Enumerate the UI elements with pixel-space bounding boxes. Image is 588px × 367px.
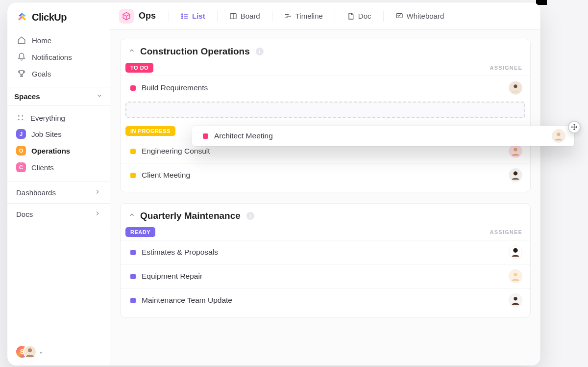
sidebar-docs[interactable]: Docs [7,203,110,225]
status-pill[interactable]: TO DO [125,63,153,73]
assignee-avatar[interactable] [509,144,522,158]
chevron-up-icon [128,47,135,56]
chevron-down-icon [96,92,103,101]
dragged-task-card[interactable]: Architect Meeting [192,126,574,146]
svg-point-4 [28,348,32,352]
list-icon [181,12,189,20]
divider [335,11,335,22]
svg-point-3 [22,119,23,120]
status-pill[interactable]: IN PROGRESS [125,126,175,136]
view-label: Timeline [295,12,323,20]
sidebar: ClickUp Home Notifications Goals [7,2,110,366]
status-header-ready: READY ASSIGNEE [121,225,530,240]
status-square-icon [203,133,208,139]
spaces-header-label: Spaces [14,92,40,101]
assignee-avatar[interactable] [509,168,522,182]
assignee-column-label: ASSIGNEE [490,229,522,235]
task-title: Engineering Consult [142,147,210,156]
app-window: ClickUp Home Notifications Goals [7,2,540,366]
group-header[interactable]: Construction Operations i [121,46,530,61]
status-square-icon [130,149,136,154]
group-header[interactable]: Quarterly Maintenance i [121,210,530,225]
view-label: Board [241,12,260,20]
cube-icon [119,9,134,24]
timeline-icon [284,12,292,20]
task-row[interactable]: Client Meeting [121,163,530,187]
sidebar-item-operations[interactable]: O Operations [11,142,106,159]
view-tab-board[interactable]: Board [224,9,265,23]
nav-home[interactable]: Home [11,32,106,49]
group-title: Quarterly Maintenance [140,210,241,221]
nav-goals[interactable]: Goals [11,65,106,82]
sidebar-dashboards[interactable]: Dashboards [7,182,110,203]
chevron-up-icon [128,211,135,220]
topbar: Ops List Board Timeline [110,2,540,30]
info-icon[interactable]: i [246,212,254,220]
user-menu[interactable]: S ▾ [15,345,42,360]
status-square-icon [130,85,136,91]
brand-logo[interactable]: ClickUp [7,7,110,30]
svg-point-9 [182,18,183,19]
task-title: Client Meeting [142,171,190,180]
bell-icon [17,52,26,61]
chevron-right-icon [94,210,101,218]
task-row[interactable]: Maintenance Team Update [121,288,530,312]
space-badge: C [16,162,26,172]
status-pill[interactable]: READY [125,227,155,237]
task-title: Architect Meeting [214,131,273,140]
avatar-stack: S [15,345,37,360]
spaces-header[interactable]: Spaces [7,87,110,106]
status-header-todo: TO DO ASSIGNEE [121,61,530,76]
task-row[interactable]: Estimates & Proposals [121,240,530,264]
task-row[interactable]: Equipment Repair [121,264,530,288]
divider [169,11,169,22]
info-icon[interactable]: i [256,48,264,55]
view-tab-list[interactable]: List [176,9,210,23]
primary-nav: Home Notifications Goals [7,30,110,87]
divider [272,11,272,22]
space-chip[interactable]: Ops [115,6,162,26]
assignee-column-label: ASSIGNEE [490,65,522,71]
status-square-icon [130,274,136,279]
task-row[interactable]: Build Requirements [121,76,530,100]
divider [383,11,384,22]
status-square-icon [130,173,136,178]
group-quarterly-maintenance: Quarterly Maintenance i READY ASSIGNEE E… [120,203,531,317]
sidebar-item-clients[interactable]: C Clients [11,159,106,176]
home-icon [17,36,26,45]
svg-point-0 [18,115,20,117]
task-title: Build Requirements [142,83,208,92]
svg-point-1 [22,115,23,117]
clickup-logo-icon [16,11,28,23]
group-construction-operations: Construction Operations i TO DO ASSIGNEE… [120,39,531,192]
assignee-avatar[interactable] [509,245,522,259]
svg-point-17 [514,84,517,88]
view-tab-whiteboard[interactable]: Whiteboard [391,9,449,23]
brand-name: ClickUp [32,12,67,23]
spaces-list: Everything J Job Sites O Operations C Cl… [7,106,110,182]
view-tab-doc[interactable]: Doc [342,9,376,23]
svg-point-20 [513,248,517,253]
assignee-avatar[interactable] [509,293,522,307]
view-tab-timeline[interactable]: Timeline [279,9,328,23]
svg-point-2 [18,119,20,120]
main-content: Ops List Board Timeline [110,2,540,366]
nav-label: Home [32,36,51,45]
status-square-icon [130,298,136,303]
group-title: Construction Operations [140,46,250,57]
section-label: Dashboards [16,188,56,197]
sidebar-item-job-sites[interactable]: J Job Sites [11,126,106,142]
view-label: Doc [358,12,371,20]
assignee-avatar[interactable] [509,81,522,95]
assignee-avatar[interactable] [509,269,522,283]
space-label: Clients [31,163,54,172]
task-title: Equipment Repair [142,272,202,281]
task-dropzone[interactable] [125,102,525,118]
avatar [23,345,37,359]
view-label: List [192,12,205,20]
sidebar-item-everything[interactable]: Everything [11,110,106,126]
space-badge: J [16,129,26,139]
nav-notifications[interactable]: Notifications [11,49,106,65]
svg-point-7 [182,16,183,17]
assignee-avatar[interactable] [552,129,565,143]
